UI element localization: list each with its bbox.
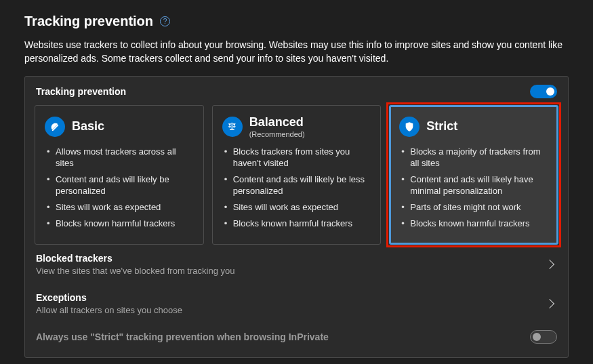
card-balanced-head: Balanced (Recommended) bbox=[222, 115, 371, 138]
list-item: Blocks a majority of trackers from all s… bbox=[399, 146, 548, 169]
exceptions-subtitle: Allow all trackers on sites you choose bbox=[36, 305, 182, 315]
exceptions-row[interactable]: Exceptions Allow all trackers on sites y… bbox=[35, 277, 558, 317]
card-basic-head: Basic bbox=[45, 115, 194, 138]
list-item: Sites will work as expected bbox=[222, 202, 371, 214]
list-item: Blocks known harmful trackers bbox=[45, 218, 194, 230]
card-strict-head: Strict bbox=[399, 115, 548, 138]
list-item: Content and ads will likely be less pers… bbox=[222, 174, 371, 197]
page-title: Tracking prevention bbox=[24, 14, 153, 29]
panel-heading: Tracking prevention bbox=[36, 86, 126, 97]
tracking-prevention-page: Tracking prevention ? Websites use track… bbox=[0, 0, 593, 358]
always-strict-label: Always use "Strict" tracking prevention … bbox=[36, 331, 329, 342]
list-item: Blocks known harmful trackers bbox=[399, 218, 548, 230]
list-item: Parts of sites might not work bbox=[399, 202, 548, 214]
exceptions-title: Exceptions bbox=[36, 292, 182, 303]
list-item: Sites will work as expected bbox=[45, 202, 194, 214]
shield-icon bbox=[399, 117, 420, 137]
card-balanced-bullets: Blocks trackers from sites you haven't v… bbox=[222, 146, 371, 229]
list-item: Blocks known harmful trackers bbox=[222, 218, 371, 230]
balance-scale-icon bbox=[222, 117, 243, 137]
level-cards: Basic Allows most trackers across all si… bbox=[35, 105, 558, 244]
intro-text: Websites use trackers to collect info ab… bbox=[24, 39, 569, 65]
card-balanced[interactable]: Balanced (Recommended) Blocks trackers f… bbox=[212, 105, 382, 244]
card-strict[interactable]: Strict Blocks a majority of trackers fro… bbox=[389, 105, 558, 244]
list-item: Blocks trackers from sites you haven't v… bbox=[222, 146, 371, 169]
page-title-row: Tracking prevention ? bbox=[24, 14, 569, 29]
basic-icon bbox=[45, 117, 65, 137]
list-item: Allows most trackers across all sites bbox=[45, 146, 194, 169]
blocked-trackers-subtitle: View the sites that we've blocked from t… bbox=[36, 266, 234, 276]
card-balanced-subtitle: (Recommended) bbox=[249, 130, 305, 138]
help-icon[interactable]: ? bbox=[160, 16, 170, 26]
card-basic-title: Basic bbox=[72, 120, 104, 134]
blocked-trackers-title: Blocked trackers bbox=[36, 253, 234, 264]
card-strict-title: Strict bbox=[426, 120, 457, 134]
list-item: Content and ads will likely be personali… bbox=[45, 174, 194, 197]
always-strict-toggle[interactable] bbox=[530, 330, 557, 344]
tracking-prevention-panel: Tracking prevention Basic Allows most tr… bbox=[24, 76, 569, 357]
card-strict-bullets: Blocks a majority of trackers from all s… bbox=[399, 146, 548, 229]
chevron-right-icon bbox=[545, 298, 554, 308]
panel-header: Tracking prevention bbox=[35, 85, 558, 105]
tracking-prevention-toggle[interactable] bbox=[530, 85, 557, 98]
card-balanced-title: Balanced bbox=[249, 116, 305, 129]
card-basic[interactable]: Basic Allows most trackers across all si… bbox=[35, 105, 204, 244]
blocked-trackers-row[interactable]: Blocked trackers View the sites that we'… bbox=[35, 245, 558, 277]
chevron-right-icon bbox=[545, 259, 554, 268]
card-basic-bullets: Allows most trackers across all sites Co… bbox=[45, 146, 194, 229]
always-strict-row: Always use "Strict" tracking prevention … bbox=[35, 317, 558, 349]
list-item: Content and ads will likely have minimal… bbox=[399, 174, 548, 197]
